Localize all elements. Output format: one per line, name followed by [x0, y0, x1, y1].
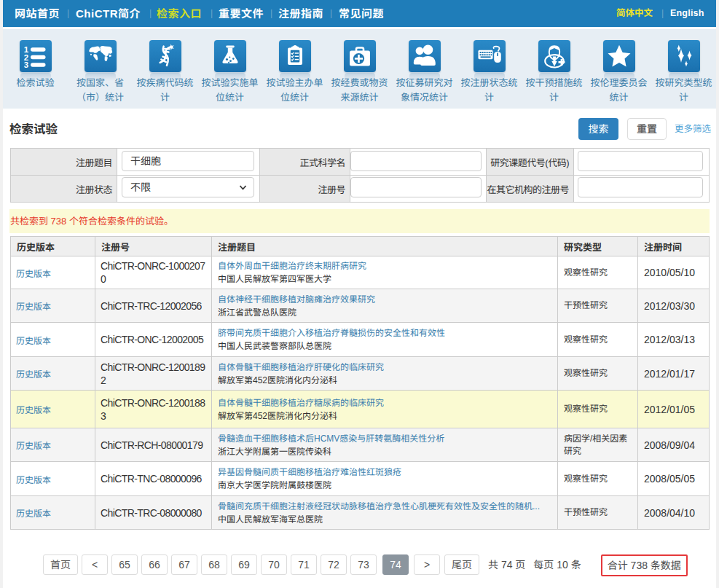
svg-text:3: 3	[23, 60, 28, 69]
